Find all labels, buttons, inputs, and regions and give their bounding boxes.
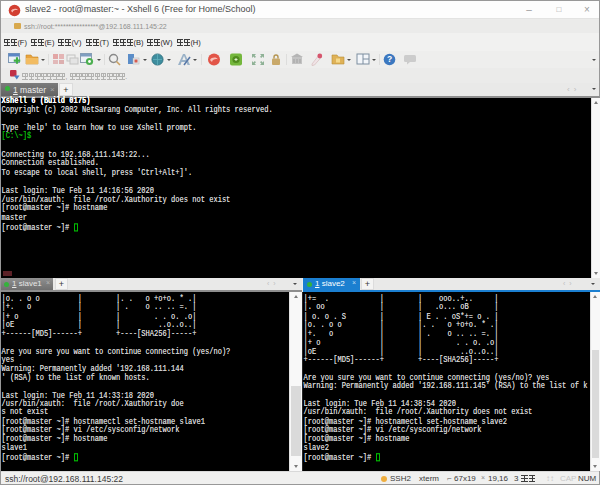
svg-text:?: ? <box>387 54 392 64</box>
